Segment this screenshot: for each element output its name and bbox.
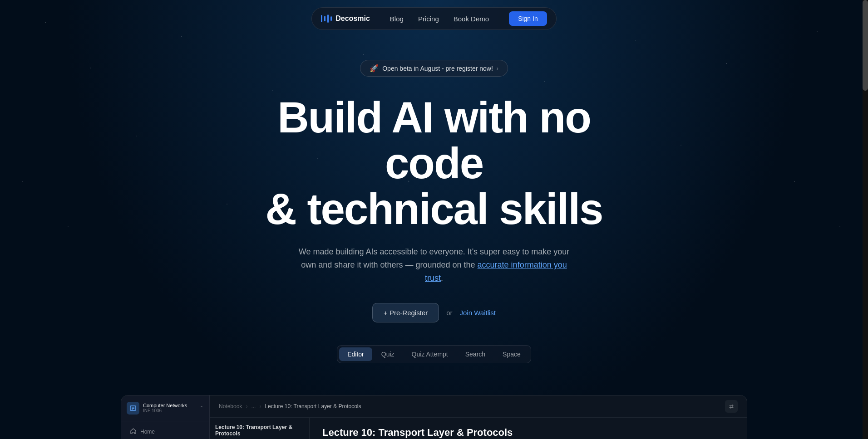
brand-bar-3 — [327, 15, 329, 23]
breadcrumb-current: Lecture 10: Transport Layer & Protocols — [265, 403, 361, 410]
app-main: Notebook › ... › Lecture 10: Transport L… — [210, 395, 747, 439]
sidebar-item-home-label: Home — [140, 429, 155, 435]
brand[interactable]: Decosmic — [321, 15, 370, 23]
breadcrumb: Notebook › ... › Lecture 10: Transport L… — [219, 403, 361, 410]
scrollbar-thumb[interactable] — [863, 0, 868, 91]
home-icon — [129, 428, 137, 435]
breadcrumb-sep-1: › — [246, 403, 247, 410]
nav-pricing[interactable]: Pricing — [413, 12, 444, 25]
tab-editor[interactable]: Editor — [339, 347, 372, 361]
navbar: Decosmic Blog Pricing Book Demo Sign In — [0, 0, 868, 37]
tab-quiz[interactable]: Quiz — [373, 347, 403, 361]
tab-search[interactable]: Search — [457, 347, 493, 361]
hero-subtitle: We made building AIs accessible to every… — [293, 245, 575, 284]
brand-bar-2 — [324, 16, 326, 21]
sidebar-course-info[interactable]: Computer Networks INF 1006 — [127, 402, 187, 415]
course-icon — [127, 402, 139, 415]
demo-window: Computer Networks INF 1006 ⌃ Home — [121, 395, 747, 439]
brand-bar-1 — [321, 15, 322, 22]
sidebar-header: Computer Networks INF 1006 ⌃ — [121, 395, 209, 421]
brand-bar-4 — [330, 16, 332, 21]
tab-quiz-attempt[interactable]: Quiz Attempt — [404, 347, 456, 361]
hero-title-line1: Build AI with no code — [277, 93, 591, 187]
course-text: Computer Networks INF 1006 — [143, 403, 187, 413]
sidebar-chevron-icon[interactable]: ⌃ — [199, 405, 204, 411]
announcement-badge[interactable]: 🚀 Open beta in August - pre register now… — [360, 60, 508, 77]
app-sidebar: Computer Networks INF 1006 ⌃ Home — [121, 395, 210, 439]
content-editor: Lecture 10: Transport Layer & Protocols … — [310, 418, 747, 439]
app-content: Lecture 10: Transport Layer & Protocols … — [210, 418, 747, 439]
waitlist-button[interactable]: Join Waitlist — [460, 309, 496, 317]
course-code: INF 1006 — [143, 408, 187, 413]
nav-book-demo[interactable]: Book Demo — [448, 12, 494, 25]
badge-arrow-icon: › — [497, 65, 498, 72]
topbar-actions: ⇄ — [725, 400, 738, 413]
breadcrumb-dots: ... — [251, 403, 256, 410]
breadcrumb-notebook: Notebook — [219, 403, 242, 410]
course-name: Computer Networks — [143, 403, 187, 408]
tab-space[interactable]: Space — [494, 347, 529, 361]
nav-links: Blog Pricing Book Demo — [385, 12, 494, 25]
preregister-button[interactable]: + Pre-Register — [372, 303, 439, 322]
cta-or-label: or — [446, 309, 452, 317]
badge-text: Open beta in August - pre register now! — [382, 65, 493, 72]
tabs-container: Editor Quiz Quiz Attempt Search Space — [337, 345, 531, 363]
hero-title: Build AI with no code & technical skills — [230, 95, 638, 232]
hero-cta: + Pre-Register or Join Waitlist — [9, 303, 859, 322]
toggle-layout-button[interactable]: ⇄ — [725, 400, 738, 413]
brand-name: Decosmic — [335, 15, 370, 23]
brand-icon — [321, 15, 332, 23]
demo-window-wrapper: Computer Networks INF 1006 ⌃ Home — [0, 395, 868, 439]
breadcrumb-sep-2: › — [259, 403, 261, 410]
content-outline: Lecture 10: Transport Layer & Protocols … — [210, 418, 310, 439]
editor-heading1: Lecture 10: Transport Layer & Protocols — [322, 427, 734, 439]
outline-title: Lecture 10: Transport Layer & Protocols — [215, 424, 304, 437]
hero-title-line2: & technical skills — [265, 185, 602, 233]
app-topbar: Notebook › ... › Lecture 10: Transport L… — [210, 395, 747, 418]
badge-emoji: 🚀 — [370, 64, 379, 73]
navbar-inner: Decosmic Blog Pricing Book Demo Sign In — [311, 7, 556, 30]
hero-subtitle-end: . — [441, 273, 443, 283]
signin-button[interactable]: Sign In — [509, 11, 547, 26]
nav-blog[interactable]: Blog — [385, 12, 409, 25]
hero-section: 🚀 Open beta in August - pre register now… — [0, 37, 868, 395]
demo-tabs: Editor Quiz Quiz Attempt Search Space — [9, 345, 859, 363]
scrollbar[interactable] — [863, 0, 868, 439]
sidebar-nav: Home My Files — [121, 421, 209, 439]
sidebar-item-home[interactable]: Home — [125, 425, 206, 439]
